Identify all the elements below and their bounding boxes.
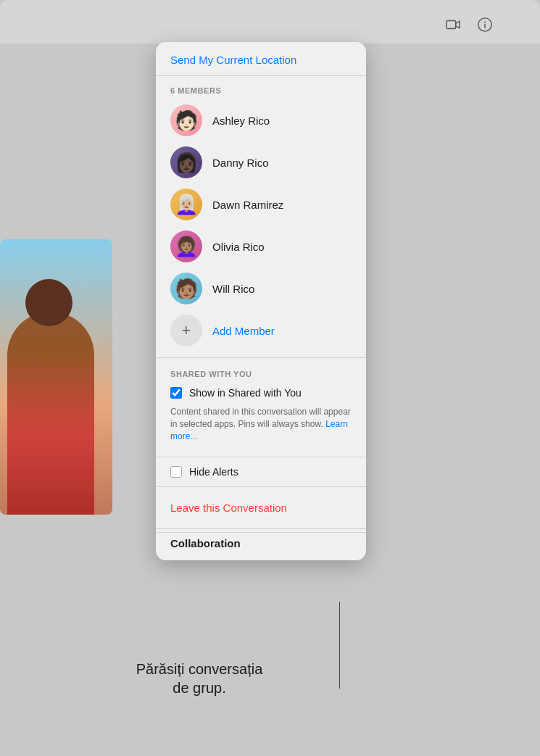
video-icon: [445, 17, 461, 33]
divider-2: [156, 457, 366, 457]
shared-with-you-label: SHARED WITH YOU: [156, 367, 366, 383]
member-name-olivia: Olivia Rico: [212, 241, 265, 253]
leave-section: Leave this Conversation: [156, 490, 366, 526]
video-call-button[interactable]: [441, 13, 465, 36]
send-location-section: Send My Current Location: [156, 42, 366, 76]
avatar-olivia: 👩🏽‍🦱: [170, 230, 202, 262]
member-dawn[interactable]: 👩🏼‍🦳 Dawn Ramirez: [156, 183, 366, 225]
hide-alerts-label: Hide Alerts: [189, 466, 238, 478]
member-name-dawn: Dawn Ramirez: [212, 199, 283, 211]
collaboration-section: Collaboration: [156, 532, 366, 560]
annotation-line: [339, 602, 340, 689]
member-name-ashley: Ashley Rico: [212, 115, 270, 127]
collaboration-label: Collaboration: [170, 537, 241, 549]
hide-alerts-checkbox[interactable]: [170, 466, 182, 478]
info-button[interactable]: [473, 13, 497, 36]
member-will[interactable]: 🧑🏽 Will Rico: [156, 267, 366, 310]
info-icon: [477, 17, 493, 33]
members-section-label: 6 MEMBERS: [156, 83, 366, 99]
divider-1: [156, 357, 366, 358]
avatar-ashley: 🧑🏻: [170, 104, 202, 136]
divider-4: [156, 528, 366, 529]
svg-rect-0: [446, 21, 456, 29]
background-image: [0, 239, 112, 515]
avatar-dawn: 👩🏼‍🦳: [170, 188, 202, 220]
send-location-link[interactable]: Send My Current Location: [170, 54, 296, 66]
annotation-text: Părăsiți conversația de grup.: [127, 660, 272, 697]
shared-description: Content shared in this conversation will…: [156, 403, 366, 448]
member-name-danny: Danny Rico: [212, 157, 269, 169]
member-olivia[interactable]: 👩🏽‍🦱 Olivia Rico: [156, 225, 366, 267]
info-popover: Send My Current Location 6 MEMBERS 🧑🏻 As…: [156, 42, 366, 560]
toolbar-icons: [441, 13, 497, 36]
avatar-danny: 👩🏿: [170, 146, 202, 178]
popover-inner: Send My Current Location 6 MEMBERS 🧑🏻 As…: [156, 42, 366, 560]
hide-alerts-row[interactable]: Hide Alerts: [156, 460, 366, 483]
member-ashley[interactable]: 🧑🏻 Ashley Rico: [156, 99, 366, 141]
add-member-button[interactable]: + Add Member: [156, 310, 366, 352]
show-in-shared-checkbox[interactable]: [170, 387, 182, 399]
add-member-label: Add Member: [212, 325, 275, 337]
show-in-shared-row: Show in Shared with You: [156, 383, 366, 403]
leave-conversation-button[interactable]: Leave this Conversation: [156, 496, 366, 520]
bg-figure: [7, 312, 94, 515]
member-danny[interactable]: 👩🏿 Danny Rico: [156, 141, 366, 183]
members-section: 6 MEMBERS 🧑🏻 Ashley Rico 👩🏿 Danny Rico 👩…: [156, 76, 366, 354]
member-name-will: Will Rico: [212, 283, 254, 295]
add-member-icon: +: [170, 315, 202, 346]
bg-head: [25, 279, 72, 326]
avatar-will: 🧑🏽: [170, 273, 202, 304]
divider-3: [156, 486, 366, 487]
show-in-shared-label: Show in Shared with You: [189, 387, 302, 399]
shared-with-you-section: SHARED WITH YOU Show in Shared with You …: [156, 361, 366, 454]
